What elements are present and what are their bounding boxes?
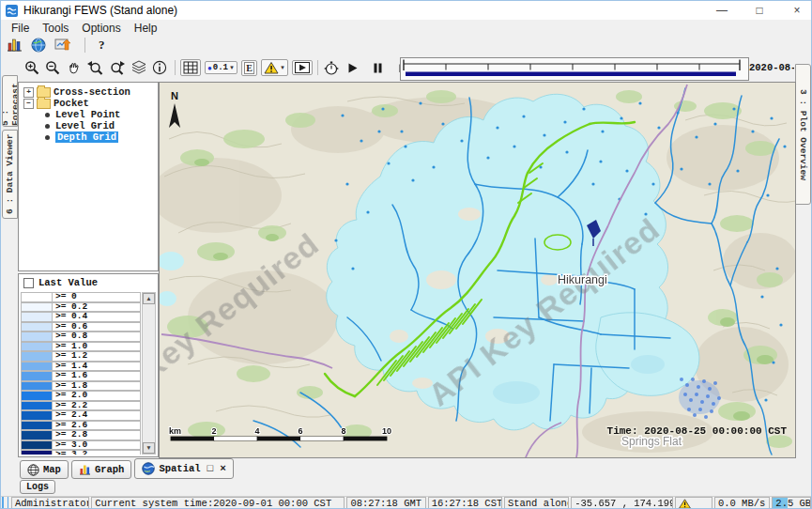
legend-scrollbar[interactable]: ▲ ▼ xyxy=(142,292,156,455)
tab-maximize-icon[interactable]: □ xyxy=(207,463,214,474)
legend-row[interactable]: >= 1.2 xyxy=(21,351,141,362)
tab-plot-overview-label: 3 : Plot Overview xyxy=(798,89,808,180)
pause-icon[interactable] xyxy=(372,62,384,74)
legend-swatch xyxy=(21,312,53,322)
legend-swatch xyxy=(21,430,53,440)
warning-threshold-selector[interactable]: ▼ xyxy=(261,59,288,76)
legend-row[interactable]: >= 2.8 xyxy=(21,430,141,440)
tree-node-level-grid[interactable]: Level Grid xyxy=(19,120,158,131)
tree-node-level-point[interactable]: Level Point xyxy=(19,109,158,120)
legend-swatch xyxy=(21,381,53,392)
legend-row[interactable]: >= 1.6 xyxy=(21,371,141,381)
legend-panel: Last Value >= 0 >= 0.2 >= 0.4 >= 0.6 >= … xyxy=(18,273,159,457)
status-local-time: 16:27:18 CST xyxy=(428,497,502,509)
status-bar: Administrator Current system time:2020-0… xyxy=(1,496,811,509)
graph-bars-icon xyxy=(79,464,91,475)
zoom-in-icon[interactable] xyxy=(24,60,39,75)
tab-data-viewer-label: 6 : Data Viewer xyxy=(5,134,15,215)
classbreak-selector[interactable]: ●0.1 ▼ xyxy=(205,61,237,74)
tab-data-viewer[interactable]: 6 : Data Viewer xyxy=(2,130,18,219)
legend-swatch xyxy=(21,421,53,431)
last-value-checkbox[interactable] xyxy=(23,278,34,288)
timeline-slider[interactable] xyxy=(400,57,749,81)
tab-plot-overview[interactable]: 3 : Plot Overview xyxy=(795,64,811,205)
timeline-progress-bar[interactable] xyxy=(406,72,736,77)
scroll-down-icon[interactable]: ▼ xyxy=(143,442,155,454)
logs-button[interactable]: Logs xyxy=(20,480,55,494)
zoom-previous-icon[interactable] xyxy=(86,60,103,75)
dropdown-arrow-icon[interactable]: ▼ xyxy=(280,65,285,70)
menu-file[interactable]: File xyxy=(5,22,36,35)
legend-swatch xyxy=(21,371,53,381)
toolbar-separator xyxy=(317,60,318,75)
legend-row[interactable]: >= 0.8 xyxy=(21,332,141,342)
grid-display-button[interactable] xyxy=(180,59,201,76)
application-window: Hikurangi FEWS (Stand alone) — □ × File … xyxy=(0,0,812,509)
map-canvas: API Key Required API Key Required Hikura… xyxy=(160,83,795,457)
animation-panel-button[interactable] xyxy=(292,60,313,75)
bullet-icon xyxy=(45,124,50,129)
tab-map[interactable]: Map xyxy=(20,460,69,479)
scroll-up-icon[interactable]: ▲ xyxy=(143,293,155,304)
zoom-out-icon[interactable] xyxy=(45,60,60,75)
legend-swatch xyxy=(21,332,53,342)
legend-row[interactable]: >= 2.4 xyxy=(21,410,141,421)
legend-swatch xyxy=(21,362,53,372)
tab-spatial[interactable]: Spatial □ × xyxy=(134,458,233,479)
legend-row[interactable]: >= 3.2 xyxy=(21,450,141,455)
collapse-icon[interactable]: − xyxy=(23,99,34,109)
status-memory: 2.5 GB xyxy=(772,497,811,509)
svg-text:10: 10 xyxy=(382,426,391,436)
timeline-ruler xyxy=(401,58,746,78)
legend-label: >= 2.8 xyxy=(53,430,141,440)
map-viewport[interactable]: API Key Required API Key Required Hikura… xyxy=(159,82,796,458)
legend-label: >= 0 xyxy=(53,292,141,302)
layers-icon[interactable] xyxy=(131,60,146,75)
close-icon[interactable]: × xyxy=(790,4,804,17)
logs-row: Logs xyxy=(1,479,811,496)
legend-row[interactable]: >= 2.0 xyxy=(21,391,141,401)
tree-node-label: Pocket xyxy=(54,98,89,109)
tab-forecast[interactable]: 5 : Forecast xyxy=(2,75,18,127)
tab-close-icon[interactable]: × xyxy=(220,463,226,474)
tab-forecast-label: 5 : Forecast xyxy=(2,76,18,126)
dropdown-arrow-icon[interactable]: ▼ xyxy=(229,65,235,70)
forecast-chart-icon[interactable] xyxy=(7,38,23,52)
tab-graph[interactable]: Graph xyxy=(71,460,132,479)
display-groups-icon[interactable] xyxy=(54,38,71,53)
window-title: Hikurangi FEWS (Stand alone) xyxy=(23,4,177,17)
zoom-next-icon[interactable] xyxy=(109,60,126,75)
play-icon[interactable] xyxy=(346,62,359,74)
status-warning-cell[interactable] xyxy=(675,497,712,509)
menu-tools[interactable]: Tools xyxy=(36,22,75,35)
legend-swatch xyxy=(21,351,53,362)
maximize-icon[interactable]: □ xyxy=(753,4,766,17)
help-icon[interactable]: ? xyxy=(99,38,105,53)
svg-text:km: km xyxy=(169,426,181,436)
bullet-icon xyxy=(45,113,50,117)
menu-options[interactable]: Options xyxy=(75,22,127,35)
warning-icon xyxy=(264,61,279,74)
menu-help[interactable]: Help xyxy=(128,22,164,35)
tab-map-label: Map xyxy=(43,464,61,475)
tree-node-pocket[interactable]: − Pocket xyxy=(19,98,158,109)
legend-row[interactable]: >= 0 xyxy=(21,292,141,302)
svg-text:N: N xyxy=(171,90,178,101)
map-time-label: Time: 2020-08-25 00:00:00 CST xyxy=(607,425,788,437)
label-toggle-button[interactable]: E xyxy=(241,60,257,76)
time-navigator-icon[interactable] xyxy=(323,60,340,76)
pan-hand-icon[interactable] xyxy=(66,60,81,75)
tree-node-label-selected: Depth Grid xyxy=(55,131,118,143)
legend-label: >= 0.8 xyxy=(53,332,141,342)
tree-node-depth-grid[interactable]: Depth Grid xyxy=(19,131,158,143)
legend-row[interactable]: >= 0.4 xyxy=(21,312,141,322)
minimize-icon[interactable]: — xyxy=(715,4,728,17)
info-icon[interactable] xyxy=(152,60,167,75)
right-dock-strip: 3 : Plot Overview xyxy=(794,54,811,458)
statusbar-grip xyxy=(2,497,8,509)
left-dock-strip: 5 : Forecast 6 : Data Viewer xyxy=(1,54,18,458)
legend-label: >= 0.4 xyxy=(53,312,141,322)
globe-icon[interactable] xyxy=(31,38,46,53)
expand-icon[interactable]: + xyxy=(23,87,34,98)
status-mode: Stand alone xyxy=(504,497,569,509)
